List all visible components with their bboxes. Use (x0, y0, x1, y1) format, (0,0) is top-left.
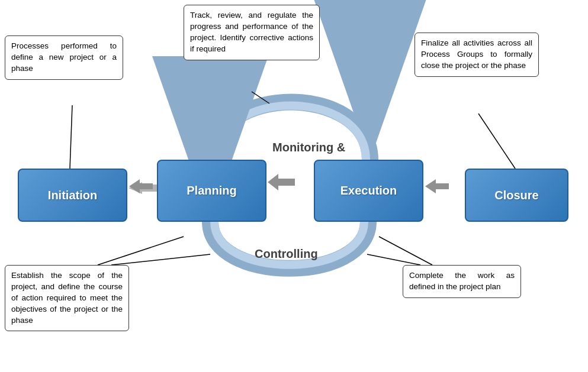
initiation-box: Initiation (18, 169, 127, 222)
diagram-container: Initiation Planning Execution Closure Mo… (0, 0, 588, 372)
planning-box: Planning (157, 160, 266, 222)
callout-planning-bottom: Establish the scope of the project, and … (5, 265, 129, 331)
callout-execution-bottom: Complete the work as defined in the proj… (403, 265, 521, 298)
svg-line-7 (70, 105, 72, 169)
svg-marker-6 (425, 179, 449, 193)
planning-label: Planning (187, 184, 236, 198)
svg-line-9 (478, 114, 515, 169)
callout-closure-top: Finalize all activities across all Proce… (415, 33, 539, 77)
closure-box: Closure (465, 169, 568, 222)
controlling-label: Controlling (255, 247, 318, 261)
svg-marker-2 (128, 182, 157, 194)
callout-monitoring: Track, review, and regulate the progress… (184, 5, 320, 60)
svg-line-11 (111, 254, 210, 265)
svg-line-10 (98, 237, 184, 265)
callout-initiation-top: Processes performed to define a new proj… (5, 35, 123, 80)
svg-line-12 (379, 237, 432, 265)
svg-marker-3 (130, 174, 159, 196)
svg-line-13 (367, 254, 420, 265)
initiation-label: Initiation (48, 189, 97, 202)
svg-marker-5 (268, 174, 295, 190)
svg-marker-4 (129, 179, 153, 193)
execution-box: Execution (314, 160, 423, 222)
monitoring-label: Monitoring & (272, 141, 345, 154)
execution-label: Execution (340, 184, 397, 198)
svg-line-8 (252, 92, 269, 103)
closure-label: Closure (494, 189, 538, 202)
